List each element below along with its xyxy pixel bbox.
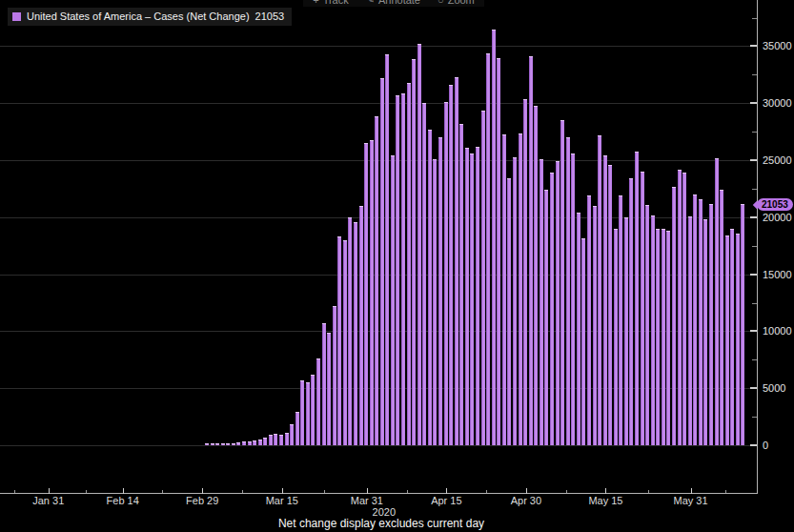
- bar[interactable]: [316, 358, 320, 445]
- bar[interactable]: [306, 382, 310, 445]
- bar[interactable]: [401, 93, 405, 445]
- bar[interactable]: [221, 443, 225, 445]
- bar[interactable]: [232, 443, 235, 445]
- bar[interactable]: [215, 443, 219, 445]
- bar[interactable]: [550, 173, 554, 445]
- bar[interactable]: [285, 433, 289, 445]
- bar[interactable]: [703, 219, 707, 445]
- bar[interactable]: [476, 147, 479, 445]
- bar[interactable]: [258, 440, 262, 445]
- bar[interactable]: [211, 443, 214, 445]
- bar[interactable]: [417, 44, 421, 445]
- bar[interactable]: [720, 190, 723, 445]
- bar[interactable]: [311, 375, 315, 445]
- bar[interactable]: [385, 54, 389, 445]
- bar[interactable]: [556, 161, 560, 445]
- bar[interactable]: [348, 217, 352, 445]
- bar[interactable]: [682, 173, 686, 445]
- bar[interactable]: [656, 229, 660, 445]
- bar[interactable]: [581, 238, 585, 445]
- bar[interactable]: [645, 205, 649, 445]
- bar[interactable]: [433, 159, 437, 445]
- bar[interactable]: [327, 333, 331, 445]
- bar[interactable]: [359, 206, 363, 445]
- bar[interactable]: [279, 435, 283, 445]
- series-legend[interactable]: United States of America – Cases (Net Ch…: [8, 8, 292, 26]
- bar[interactable]: [624, 217, 628, 445]
- bar[interactable]: [635, 152, 639, 445]
- bar[interactable]: [300, 380, 304, 445]
- bar[interactable]: [236, 442, 240, 445]
- bar[interactable]: [507, 178, 511, 445]
- bar[interactable]: [688, 216, 692, 445]
- bar[interactable]: [529, 56, 533, 445]
- bar[interactable]: [672, 187, 676, 445]
- bar[interactable]: [544, 190, 548, 445]
- bar[interactable]: [641, 172, 644, 445]
- bar[interactable]: [391, 155, 395, 445]
- bar[interactable]: [459, 124, 463, 445]
- bar[interactable]: [709, 204, 713, 445]
- bar[interactable]: [407, 83, 411, 445]
- bar[interactable]: [608, 165, 612, 445]
- bar[interactable]: [455, 77, 458, 445]
- bar[interactable]: [343, 240, 347, 445]
- bar[interactable]: [333, 306, 336, 445]
- bar[interactable]: [566, 137, 570, 445]
- bar[interactable]: [577, 213, 580, 445]
- bar[interactable]: [534, 106, 538, 445]
- bar[interactable]: [226, 443, 230, 445]
- bar[interactable]: [593, 206, 597, 445]
- bar[interactable]: [736, 234, 740, 445]
- bar[interactable]: [396, 95, 399, 445]
- bar[interactable]: [470, 153, 474, 445]
- bar[interactable]: [725, 235, 729, 445]
- bar[interactable]: [519, 133, 522, 446]
- bar[interactable]: [242, 441, 246, 445]
- bar[interactable]: [428, 130, 432, 445]
- bar[interactable]: [337, 236, 341, 445]
- bar[interactable]: [598, 135, 601, 445]
- bar[interactable]: [263, 438, 267, 445]
- bar[interactable]: [412, 59, 416, 445]
- bar[interactable]: [364, 143, 368, 445]
- bar[interactable]: [619, 195, 622, 445]
- bar[interactable]: [422, 103, 426, 445]
- plot-area[interactable]: [0, 0, 758, 493]
- bar[interactable]: [269, 435, 273, 445]
- bar[interactable]: [497, 58, 500, 445]
- bar[interactable]: [693, 194, 697, 445]
- bar[interactable]: [741, 204, 744, 445]
- bar[interactable]: [322, 323, 326, 445]
- bar[interactable]: [444, 102, 448, 445]
- bar[interactable]: [486, 53, 490, 445]
- bar[interactable]: [375, 116, 378, 445]
- bar[interactable]: [730, 229, 734, 445]
- bar[interactable]: [666, 231, 670, 445]
- bar[interactable]: [651, 215, 655, 445]
- bar[interactable]: [370, 140, 374, 445]
- bar[interactable]: [699, 199, 702, 445]
- bar[interactable]: [502, 134, 506, 445]
- bar[interactable]: [571, 153, 575, 445]
- bar[interactable]: [513, 157, 517, 445]
- bar[interactable]: [248, 441, 252, 445]
- bar[interactable]: [380, 78, 384, 445]
- bar[interactable]: [523, 99, 527, 445]
- bar[interactable]: [205, 443, 209, 445]
- bar[interactable]: [354, 222, 357, 445]
- bar[interactable]: [678, 170, 682, 445]
- bar[interactable]: [662, 229, 665, 445]
- bar[interactable]: [629, 178, 633, 445]
- bar[interactable]: [492, 30, 496, 445]
- bar[interactable]: [614, 229, 618, 445]
- bar[interactable]: [587, 195, 591, 445]
- bar[interactable]: [481, 111, 485, 445]
- bar[interactable]: [603, 155, 607, 445]
- bar[interactable]: [715, 158, 719, 445]
- bar[interactable]: [295, 412, 299, 445]
- bar[interactable]: [465, 148, 469, 445]
- bar[interactable]: [290, 424, 294, 445]
- bar[interactable]: [438, 137, 442, 445]
- bar[interactable]: [253, 440, 256, 445]
